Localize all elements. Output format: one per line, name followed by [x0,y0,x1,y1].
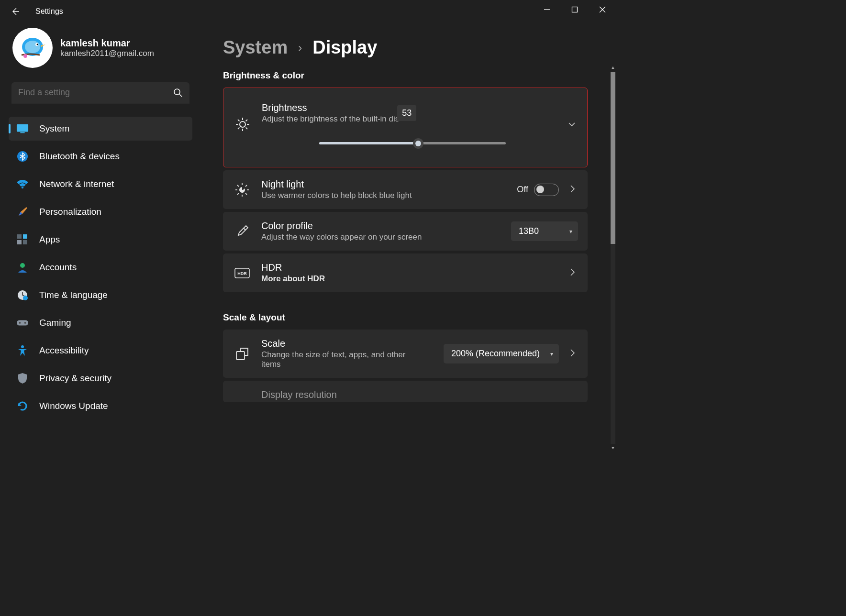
svg-rect-15 [17,234,22,239]
scale-open[interactable] [567,349,578,359]
color-profile-dropdown[interactable]: 13B0 ▾ [511,221,578,241]
sidebar-item-label: Privacy & security [39,373,111,384]
sidebar-item-label: Accounts [39,262,77,273]
scroll-up-arrow[interactable]: ▲ [611,65,615,70]
night-light-subtitle: Use warmer colors to help block blue lig… [261,191,507,200]
brush-icon [16,206,29,218]
back-button[interactable] [10,6,21,17]
close-icon [599,6,606,13]
chevron-down-icon: ▾ [569,228,572,235]
color-profile-card[interactable]: Color profile Adjust the way colors appe… [223,212,588,251]
svg-point-7 [37,44,38,45]
svg-rect-12 [20,132,24,133]
scale-icon [233,347,252,361]
sidebar-item-system[interactable]: System [9,117,192,141]
minimize-button[interactable] [533,0,561,19]
sidebar: kamlesh kumar kamlesh2011@gmail.com Syst… [0,28,201,422]
shield-icon [16,372,29,385]
sidebar-item-accounts[interactable]: Accounts [9,255,192,279]
svg-point-14 [22,187,23,188]
sidebar-item-label: Windows Update [39,401,108,411]
brightness-subtitle: Adjust the brightness of the built-in di… [262,114,399,124]
color-profile-title: Color profile [261,220,501,231]
sidebar-item-label: Gaming [39,318,71,328]
search-input[interactable] [18,88,173,98]
slider-thumb[interactable] [413,138,423,149]
scale-card[interactable]: Scale Change the size of text, apps, and… [223,330,588,378]
scroll-down-arrow[interactable]: ▼ [611,446,615,449]
night-light-title: Night light [261,179,507,190]
breadcrumb-parent[interactable]: System [223,37,288,58]
scroll-thumb[interactable] [611,72,615,244]
svg-line-42 [237,193,239,195]
svg-line-34 [246,120,248,121]
brightness-title: Brightness [262,102,399,113]
sidebar-item-apps[interactable]: Apps [9,228,192,252]
hdr-title: HDR [261,262,557,273]
scale-subtitle: Change the size of text, apps, and other… [261,350,414,369]
section-title-scale: Scale & layout [223,312,588,323]
search-icon [173,88,183,98]
svg-line-41 [245,193,247,195]
expand-chevron[interactable] [566,120,578,131]
color-profile-selected: 13B0 [519,226,539,236]
night-light-card[interactable]: Night light Use warmer colors to help bl… [223,170,588,209]
sidebar-item-network[interactable]: Network & internet [9,172,192,196]
breadcrumb-current: Display [312,37,377,58]
hdr-card[interactable]: HDR HDR More about HDR [223,253,588,292]
sidebar-item-label: Bluetooth & devices [39,151,120,162]
gamepad-icon [16,317,29,329]
svg-rect-22 [17,320,28,325]
bluetooth-icon [16,150,29,163]
scrollbar[interactable]: ▲ ▼ [611,72,615,444]
maximize-button[interactable] [561,0,589,19]
eyedropper-icon [233,225,252,238]
sidebar-item-bluetooth[interactable]: Bluetooth & devices [9,144,192,168]
svg-rect-18 [23,240,27,244]
brightness-card[interactable]: Brightness Adjust the brightness of the … [223,88,588,167]
svg-rect-16 [23,234,27,239]
sidebar-item-time-language[interactable]: Time & language [9,283,192,307]
svg-line-31 [238,120,240,121]
user-name: kamlesh kumar [60,38,154,49]
hdr-open[interactable] [567,268,578,278]
sidebar-item-label: Apps [39,234,60,245]
display-resolution-title: Display resolution [261,389,578,400]
avatar [12,28,53,68]
sidebar-item-personalization[interactable]: Personalization [9,200,192,224]
user-email: kamlesh2011@gmail.com [60,49,154,58]
svg-text:HDR: HDR [237,271,247,276]
close-button[interactable] [589,0,616,19]
section-title-brightness: Brightness & color [223,70,588,81]
sidebar-item-label: Personalization [39,207,101,217]
hdr-icon: HDR [233,268,252,278]
user-block[interactable]: kamlesh kumar kamlesh2011@gmail.com [12,28,192,68]
night-light-toggle[interactable] [534,184,559,196]
svg-line-32 [246,128,248,130]
svg-point-23 [19,322,21,324]
main-content: System › Display Brightness & color Brig… [223,37,602,449]
night-light-open[interactable] [567,185,578,195]
sidebar-item-label: Time & language [39,290,108,300]
scale-dropdown[interactable]: 200% (Recommended) ▾ [444,344,559,363]
search-box[interactable] [11,82,189,103]
sidebar-item-accessibility[interactable]: Accessibility [9,339,192,363]
breadcrumb: System › Display [223,37,602,58]
clock-icon [16,289,29,301]
avatar-bird-icon [16,31,49,65]
sidebar-item-label: Network & internet [39,179,114,189]
person-icon [16,261,29,274]
brightness-slider[interactable] [319,138,506,148]
sidebar-item-privacy[interactable]: Privacy & security [9,366,192,390]
svg-point-26 [240,121,245,127]
chevron-down-icon [568,120,576,129]
svg-line-10 [179,94,182,97]
svg-point-19 [20,263,25,268]
sidebar-item-label: Accessibility [39,345,89,356]
scale-selected: 200% (Recommended) [451,349,540,358]
svg-point-5 [25,41,40,53]
display-resolution-card[interactable]: Display resolution [223,381,588,402]
color-profile-subtitle: Adjust the way colors appear on your scr… [261,232,501,242]
sidebar-item-windows-update[interactable]: Windows Update [9,394,192,418]
sidebar-item-gaming[interactable]: Gaming [9,311,192,335]
